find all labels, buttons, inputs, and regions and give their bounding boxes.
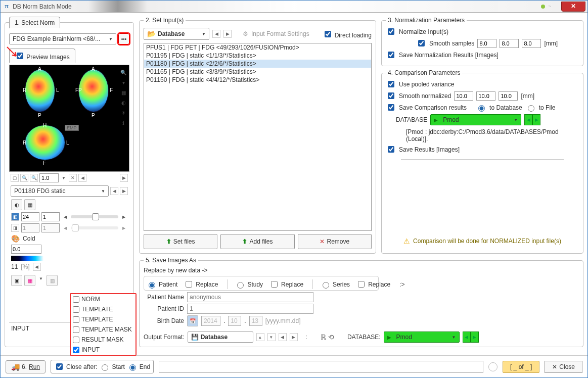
select-norm-tab[interactable]: 1. Select Norm: [9, 17, 60, 28]
chevron-up-icon[interactable]: ▴: [256, 333, 264, 341]
run-button[interactable]: 🚚 6. Run: [6, 360, 46, 373]
nav-right-icon[interactable]: ▶: [223, 30, 232, 38]
database-selector[interactable]: ▶ Pmod ▼: [430, 114, 521, 125]
inc-icon[interactable]: ▶: [120, 213, 127, 220]
output-database-name: Pmod: [396, 334, 412, 341]
preview-images-tab[interactable]: Preview Images: [9, 49, 75, 63]
patient-id-field[interactable]: [187, 304, 313, 314]
patient-name-field[interactable]: [187, 292, 313, 302]
sun-icon[interactable]: ☀: [120, 110, 127, 117]
layer-norm-cb[interactable]: [73, 296, 79, 303]
nav-right-icon[interactable]: ▶: [120, 187, 128, 195]
smoothn-y[interactable]: [476, 91, 495, 101]
palette-icon[interactable]: 🎨: [11, 234, 20, 243]
pooled-variance-cb[interactable]: [388, 81, 394, 87]
nav-right-icon[interactable]: ▶: [532, 114, 540, 125]
smooth-x[interactable]: [477, 39, 496, 48]
smooth-normalized-cb[interactable]: [388, 92, 394, 99]
output-database-selector[interactable]: ▶ Pmod ▼: [384, 332, 460, 343]
inputs-list[interactable]: PFUS1 | FDG PET | FDG <49/293/1026/FUSIO…: [144, 43, 372, 231]
nav-left-icon[interactable]: ◀: [110, 187, 118, 195]
nav-right-icon[interactable]: ▶: [290, 333, 298, 341]
save-results-cb[interactable]: [388, 146, 394, 153]
slice-slider[interactable]: [71, 215, 118, 218]
chevron-down-icon[interactable]: ▼: [37, 275, 44, 282]
norm-selector[interactable]: FDG Example BrainNorm <68/... ▼: [9, 33, 116, 44]
close-start-radio[interactable]: [102, 364, 108, 371]
smoothn-x[interactable]: [454, 91, 473, 101]
direct-loading-cb[interactable]: [325, 31, 331, 37]
list-item[interactable]: P01165 | FDG | static <3/3/9/*/Statistic…: [144, 68, 371, 76]
slice-step[interactable]: [41, 212, 60, 221]
lower-threshold[interactable]: [11, 245, 41, 254]
save-norm-cb[interactable]: [388, 52, 394, 58]
nav-left-icon[interactable]: ◀: [279, 333, 287, 341]
grid-icon[interactable]: ▦: [24, 199, 35, 210]
zoom-value[interactable]: [39, 173, 59, 182]
nav-right-icon[interactable]: ▶: [471, 332, 479, 343]
arrow-down-icon[interactable]: ▾: [120, 79, 127, 86]
grid-icon[interactable]: ▦: [24, 275, 35, 286]
close-after-cb[interactable]: [56, 363, 63, 370]
image-selector[interactable]: P01180 FDG static ▼: [11, 185, 109, 197]
brain-preview[interactable]: A R L P A FP F P EMP H R L F: [10, 65, 129, 171]
zoom-in-icon[interactable]: 🔍: [120, 69, 127, 76]
smoothn-z[interactable]: [499, 91, 518, 101]
calendar-icon[interactable]: 📅: [187, 315, 198, 326]
layer-template-mask-cb[interactable]: [73, 326, 79, 333]
study-replace-cb[interactable]: [271, 281, 278, 288]
close-button[interactable]: ✕ Close: [545, 361, 582, 373]
series-radio[interactable]: [323, 282, 329, 289]
contrast-icon[interactable]: ◐: [11, 199, 22, 210]
chevron-down-icon[interactable]: ▾: [267, 333, 276, 341]
slider-icon[interactable]: ◧: [11, 213, 19, 221]
smooth-y[interactable]: [500, 39, 519, 48]
progress-counter[interactable]: [ _ of _ ]: [503, 361, 539, 373]
study-radio[interactable]: [237, 282, 244, 289]
list-item[interactable]: P01195 | FDG | static <1/1/3/*/Statistic…: [144, 52, 371, 60]
reorient-icon[interactable]: ℝ ⟲: [321, 333, 334, 341]
smooth-samples-cb[interactable]: [418, 40, 425, 46]
series-replace-cb[interactable]: [358, 281, 365, 288]
nav-left-icon[interactable]: ◀: [463, 332, 471, 343]
nav-left-icon[interactable]: ◀: [33, 263, 41, 271]
layout-icon[interactable]: ▣: [11, 275, 22, 286]
layer-template-cb[interactable]: [73, 306, 79, 313]
patient-radio[interactable]: [149, 282, 155, 289]
save-comparison-cb[interactable]: [388, 104, 394, 111]
list-item[interactable]: P01180 | FDG | static <2/2/6/*/Statistic…: [144, 60, 371, 68]
source-selector[interactable]: 📂 Database ▼: [144, 28, 209, 40]
add-files-button[interactable]: ⬆Add files: [220, 234, 294, 249]
remove-button[interactable]: ✕Remove: [298, 234, 372, 249]
layer-result-mask-cb[interactable]: [73, 337, 79, 343]
deco-text: ~: [548, 4, 551, 9]
nav-left-icon[interactable]: ◀: [524, 114, 532, 125]
grid-icon[interactable]: ▦: [120, 89, 127, 97]
chevron-down-icon[interactable]: ▼: [60, 174, 67, 181]
contrast-icon[interactable]: ◐: [120, 100, 127, 107]
to-file-radio[interactable]: [528, 105, 534, 112]
list-item[interactable]: P01150 | FDG | static <4/4/12/*/Statisti…: [144, 76, 371, 84]
layer-input-cb[interactable]: [73, 347, 79, 353]
nav-left-icon[interactable]: ◀: [78, 174, 86, 182]
layer-template-cb[interactable]: [73, 316, 79, 323]
output-format-selector[interactable]: 💾 Database: [188, 332, 253, 343]
slice-index[interactable]: [21, 212, 39, 221]
to-database-radio[interactable]: [478, 105, 485, 112]
info-icon[interactable]: ℹ: [120, 120, 127, 127]
nav-right-icon[interactable]: ▶: [120, 174, 128, 182]
frame-step: [41, 223, 60, 232]
normalize-cb[interactable]: [388, 28, 394, 35]
layer-menu[interactable]: NORM TEMPLATE TEMPLATE TEMPLATE MASK RES…: [70, 293, 137, 356]
dec-icon[interactable]: ◀: [62, 213, 69, 220]
checkbox-icon[interactable]: ▢: [11, 174, 19, 182]
zoom-in-icon[interactable]: 🔍: [20, 174, 28, 182]
patient-replace-cb[interactable]: [186, 281, 192, 288]
set-files-button[interactable]: ⬆Set files: [144, 234, 217, 249]
close-end-radio[interactable]: [129, 364, 136, 371]
smooth-z[interactable]: [522, 39, 541, 48]
nav-left-icon[interactable]: ◀: [212, 30, 220, 38]
close-window-button[interactable]: ✕: [561, 2, 585, 12]
norm-browse-button[interactable]: •••: [118, 33, 129, 44]
list-item[interactable]: PFUS1 | FDG PET | FDG <49/293/1026/FUSIO…: [144, 43, 371, 52]
